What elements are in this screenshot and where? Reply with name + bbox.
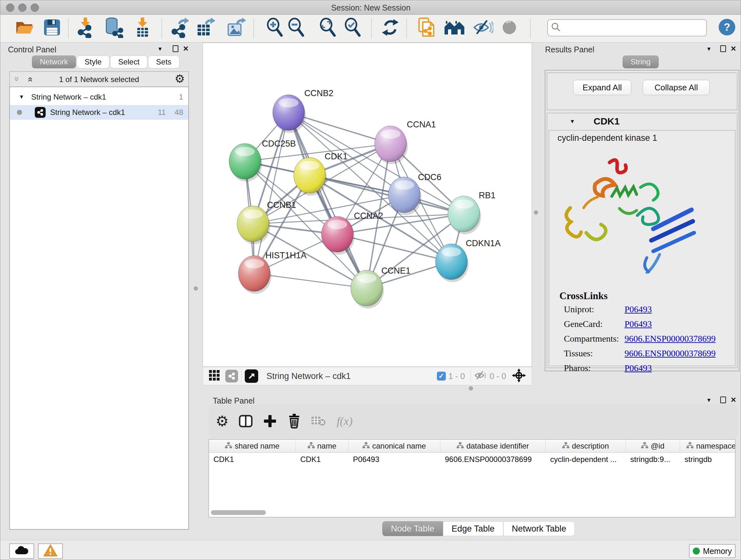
tree-options-gear-icon[interactable]: ⚙ bbox=[175, 72, 185, 85]
table-panel-float-icon[interactable] bbox=[720, 396, 726, 403]
tab-network[interactable]: Network bbox=[32, 56, 76, 68]
network-node-CCNA2[interactable] bbox=[321, 216, 354, 255]
open-folder-icon bbox=[14, 18, 35, 38]
column-header-database-identifier[interactable]: database identifier bbox=[441, 440, 546, 452]
clone-network-button[interactable] bbox=[414, 16, 439, 40]
string-tab-icon[interactable] bbox=[225, 370, 238, 382]
column-header-@id[interactable]: @id bbox=[626, 440, 680, 452]
gene-description: cyclin-dependent kinase 1 bbox=[557, 133, 657, 143]
results-panel-close-icon[interactable]: ✕ bbox=[731, 45, 736, 52]
column-header-name[interactable]: name bbox=[296, 440, 348, 452]
tab-node-table[interactable]: Node Table bbox=[382, 521, 443, 536]
delete-column-trash-icon[interactable] bbox=[283, 405, 306, 438]
column-header-shared-name[interactable]: shared name bbox=[209, 440, 296, 452]
tab-edge-table[interactable]: Edge Table bbox=[443, 521, 503, 536]
control-panel-collapse-icon[interactable]: ▼ bbox=[157, 46, 163, 52]
birds-eye-view-icon[interactable] bbox=[512, 368, 526, 384]
import-table-button[interactable] bbox=[130, 16, 154, 40]
table-horizontal-scrollbar[interactable] bbox=[211, 510, 266, 515]
column-label: namespace bbox=[696, 442, 736, 450]
function-builder-icon: f(x) bbox=[333, 405, 356, 438]
export-network-button[interactable] bbox=[167, 16, 192, 40]
left-splitter-handle[interactable] bbox=[194, 287, 198, 291]
search-input[interactable] bbox=[564, 21, 706, 35]
control-panel-close-icon[interactable]: ✕ bbox=[183, 45, 189, 52]
results-panel-collapse-icon[interactable]: ▼ bbox=[706, 46, 712, 52]
table-cell: cyclin-dependent ... bbox=[546, 455, 626, 464]
column-header-canonical-name[interactable]: canonical name bbox=[348, 440, 441, 452]
first-neighbors-button[interactable] bbox=[442, 16, 467, 40]
network-node-CDC6[interactable] bbox=[388, 177, 421, 215]
export-image-button[interactable] bbox=[224, 16, 248, 40]
gene-collapse-icon[interactable]: ▼ bbox=[569, 118, 575, 125]
crosslink-link[interactable]: 9606.ENSP00000378699 bbox=[624, 348, 716, 358]
table-panel-collapse-icon[interactable]: ▼ bbox=[706, 397, 712, 403]
zoom-out-button[interactable] bbox=[284, 16, 309, 40]
zoom-in-button[interactable] bbox=[263, 16, 287, 40]
export-table-button[interactable] bbox=[193, 16, 217, 40]
network-edge[interactable] bbox=[254, 113, 289, 273]
zoom-selected-button[interactable] bbox=[341, 16, 365, 40]
collection-count: 1 bbox=[179, 92, 183, 102]
tree-expander-icon[interactable]: ▼ bbox=[19, 94, 24, 100]
network-node-CCNB2[interactable] bbox=[273, 95, 306, 133]
cloud-button[interactable] bbox=[9, 543, 34, 559]
save-session-button[interactable] bbox=[40, 16, 64, 40]
control-panel-float-icon[interactable] bbox=[173, 45, 179, 52]
network-node-RB1[interactable] bbox=[448, 196, 481, 234]
crosslink-link[interactable]: P06493 bbox=[624, 319, 652, 329]
network-node-CDK1[interactable] bbox=[293, 158, 327, 196]
tab-select[interactable]: Select bbox=[110, 56, 147, 68]
column-header-namespace[interactable]: namespace bbox=[680, 440, 736, 452]
gene-detail-box: cyclin-dependent kinase 1 bbox=[549, 130, 736, 366]
refresh-layout-button[interactable] bbox=[378, 16, 402, 40]
tab-string[interactable]: String bbox=[623, 56, 659, 68]
tab-style[interactable]: Style bbox=[77, 56, 110, 68]
network-node-CDC25B[interactable] bbox=[229, 143, 262, 182]
create-column-icon[interactable] bbox=[259, 405, 281, 438]
right-splitter-handle[interactable] bbox=[534, 210, 538, 214]
help-button[interactable]: ? bbox=[719, 19, 735, 36]
zoom-fit-button[interactable] bbox=[316, 16, 340, 40]
network-edge[interactable] bbox=[288, 113, 367, 288]
toolbar-divider bbox=[68, 18, 69, 38]
tab-network-table[interactable]: Network Table bbox=[503, 521, 575, 536]
network-edge-count: 48 bbox=[175, 108, 183, 117]
collapse-all-button[interactable]: Collapse All bbox=[643, 80, 710, 95]
crosslink-link[interactable]: 9606.ENSP00000378699 bbox=[624, 334, 716, 344]
open-session-button[interactable] bbox=[12, 16, 37, 40]
network-row[interactable]: String Network – cdk1 11 48 bbox=[10, 105, 188, 120]
crosslink-row: Pharos:P06493 bbox=[564, 363, 652, 373]
memory-button[interactable]: Memory bbox=[689, 544, 736, 558]
network-node-HIST1H1A[interactable] bbox=[239, 256, 272, 294]
network-collection-row[interactable]: ▼ String Network – cdk1 1 bbox=[10, 90, 188, 105]
selected-nodes-checkbox[interactable]: ✓ bbox=[437, 372, 446, 381]
expand-all-button[interactable]: Expand All bbox=[573, 80, 631, 95]
hide-selected-button[interactable] bbox=[471, 16, 495, 40]
network-node-CCNE1[interactable] bbox=[351, 270, 384, 309]
toolbar-divider bbox=[406, 18, 407, 38]
tab-sets[interactable]: Sets bbox=[148, 56, 179, 68]
network-node-CCNA1[interactable] bbox=[375, 126, 408, 164]
show-all-button[interactable] bbox=[497, 16, 522, 40]
node-table[interactable]: shared namenamecanonical namedatabase id… bbox=[208, 439, 736, 517]
warning-button[interactable] bbox=[38, 543, 63, 559]
network-node-CDKN1A[interactable] bbox=[435, 244, 469, 282]
show-columns-icon[interactable] bbox=[234, 405, 257, 438]
crosslink-link[interactable]: P06493 bbox=[624, 363, 652, 373]
bottom-splitter-handle[interactable] bbox=[469, 386, 473, 390]
table-row[interactable]: CDK1CDK1P064939606.ENSP00000378699cyclin… bbox=[209, 453, 735, 466]
hidden-eye-slash-icon[interactable] bbox=[474, 370, 487, 382]
column-label: @id bbox=[651, 442, 664, 450]
grid-view-icon[interactable] bbox=[209, 370, 220, 382]
column-header-description[interactable]: description bbox=[546, 440, 626, 452]
open-in-new-icon[interactable] bbox=[245, 369, 258, 383]
import-network-from-database-button[interactable] bbox=[101, 16, 125, 40]
network-node-CCNB1[interactable] bbox=[237, 206, 270, 244]
network-canvas[interactable]: CCNB2CCNA1CDC25BCDK1CDC6RB1CCNB1CCNA2CDK… bbox=[203, 43, 532, 367]
table-options-gear-icon[interactable]: ⚙ bbox=[211, 405, 233, 438]
crosslink-link[interactable]: P06493 bbox=[624, 304, 652, 314]
table-panel-close-icon[interactable]: ✕ bbox=[731, 396, 736, 403]
import-network-button[interactable] bbox=[73, 16, 97, 40]
results-panel-float-icon[interactable] bbox=[720, 45, 726, 52]
